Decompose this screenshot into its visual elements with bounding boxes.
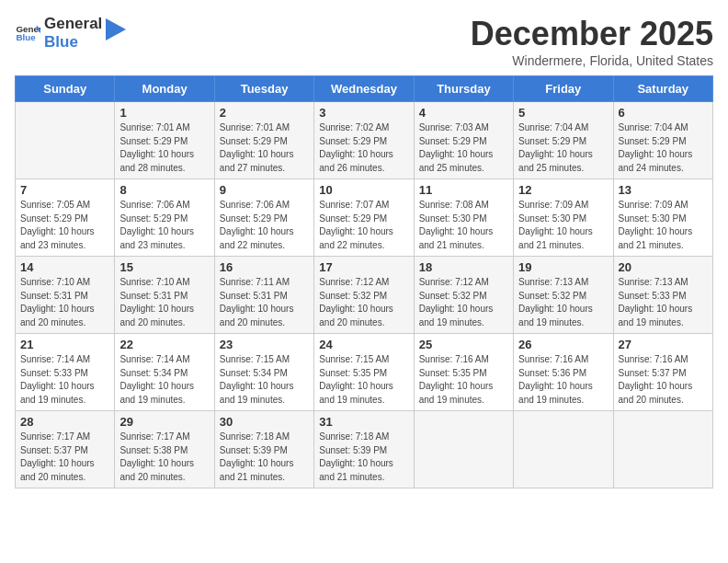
day-header-monday: Monday — [115, 76, 214, 102]
calendar-cell — [613, 411, 712, 488]
day-info: Sunrise: 7:07 AM Sunset: 5:29 PM Dayligh… — [319, 199, 408, 252]
calendar-cell: 20Sunrise: 7:13 AM Sunset: 5:33 PM Dayli… — [613, 257, 712, 334]
location-title: Windermere, Florida, United States — [471, 53, 713, 68]
svg-text:Blue: Blue — [16, 33, 36, 43]
day-number: 1 — [119, 106, 209, 120]
day-info: Sunrise: 7:04 AM Sunset: 5:29 PM Dayligh… — [619, 121, 708, 175]
calendar-cell: 14Sunrise: 7:10 AM Sunset: 5:31 PM Dayli… — [16, 257, 115, 334]
day-info: Sunrise: 7:12 AM Sunset: 5:32 PM Dayligh… — [319, 276, 408, 329]
day-number: 7 — [20, 183, 109, 197]
svg-marker-4 — [106, 18, 126, 40]
day-number: 11 — [419, 183, 508, 197]
day-info: Sunrise: 7:05 AM Sunset: 5:29 PM Dayligh… — [20, 199, 109, 252]
day-info: Sunrise: 7:04 AM Sunset: 5:29 PM Dayligh… — [518, 121, 608, 175]
day-number: 30 — [220, 415, 309, 429]
day-info: Sunrise: 7:17 AM Sunset: 5:38 PM Dayligh… — [119, 431, 209, 484]
day-info: Sunrise: 7:15 AM Sunset: 5:34 PM Dayligh… — [220, 353, 309, 407]
day-info: Sunrise: 7:06 AM Sunset: 5:29 PM Dayligh… — [119, 199, 209, 252]
day-number: 19 — [518, 260, 608, 274]
day-info: Sunrise: 7:09 AM Sunset: 5:30 PM Dayligh… — [619, 199, 708, 252]
day-info: Sunrise: 7:03 AM Sunset: 5:29 PM Dayligh… — [419, 121, 508, 175]
calendar-cell: 21Sunrise: 7:14 AM Sunset: 5:33 PM Dayli… — [16, 334, 115, 411]
calendar-week-row: 7Sunrise: 7:05 AM Sunset: 5:29 PM Daylig… — [16, 179, 713, 257]
day-number: 12 — [518, 183, 608, 197]
day-number: 29 — [119, 415, 209, 429]
day-info: Sunrise: 7:09 AM Sunset: 5:30 PM Dayligh… — [518, 199, 608, 252]
day-header-sunday: Sunday — [16, 76, 115, 102]
calendar-cell: 16Sunrise: 7:11 AM Sunset: 5:31 PM Dayli… — [214, 257, 313, 334]
calendar-cell — [16, 102, 115, 179]
calendar-cell — [414, 411, 513, 488]
day-info: Sunrise: 7:14 AM Sunset: 5:33 PM Dayligh… — [20, 353, 109, 407]
calendar-week-row: 21Sunrise: 7:14 AM Sunset: 5:33 PM Dayli… — [16, 334, 713, 411]
day-number: 18 — [419, 260, 508, 274]
day-info: Sunrise: 7:10 AM Sunset: 5:31 PM Dayligh… — [20, 276, 109, 329]
calendar-cell: 19Sunrise: 7:13 AM Sunset: 5:32 PM Dayli… — [514, 257, 613, 334]
day-number: 23 — [220, 338, 309, 351]
day-info: Sunrise: 7:06 AM Sunset: 5:29 PM Dayligh… — [220, 199, 309, 252]
day-info: Sunrise: 7:11 AM Sunset: 5:31 PM Dayligh… — [220, 276, 309, 329]
day-number: 4 — [419, 106, 508, 120]
day-info: Sunrise: 7:13 AM Sunset: 5:33 PM Dayligh… — [619, 276, 708, 329]
days-header-row: SundayMondayTuesdayWednesdayThursdayFrid… — [16, 76, 713, 102]
day-info: Sunrise: 7:15 AM Sunset: 5:35 PM Dayligh… — [319, 353, 408, 407]
calendar-cell: 2Sunrise: 7:01 AM Sunset: 5:29 PM Daylig… — [214, 102, 313, 179]
calendar-cell: 5Sunrise: 7:04 AM Sunset: 5:29 PM Daylig… — [514, 102, 613, 179]
calendar-cell: 29Sunrise: 7:17 AM Sunset: 5:38 PM Dayli… — [115, 411, 214, 488]
month-title: December 2025 — [471, 15, 713, 53]
calendar-cell: 10Sunrise: 7:07 AM Sunset: 5:29 PM Dayli… — [314, 179, 414, 257]
calendar-table: SundayMondayTuesdayWednesdayThursdayFrid… — [15, 75, 713, 488]
day-info: Sunrise: 7:01 AM Sunset: 5:29 PM Dayligh… — [119, 121, 209, 175]
day-number: 8 — [119, 183, 209, 197]
logo: General Blue General Blue — [15, 15, 126, 52]
day-info: Sunrise: 7:08 AM Sunset: 5:30 PM Dayligh… — [419, 199, 508, 252]
calendar-cell: 31Sunrise: 7:18 AM Sunset: 5:39 PM Dayli… — [314, 411, 414, 488]
day-number: 28 — [20, 415, 109, 429]
title-area: December 2025 Windermere, Florida, Unite… — [471, 15, 713, 68]
day-number: 26 — [518, 338, 608, 351]
day-number: 10 — [319, 183, 408, 197]
calendar-cell: 8Sunrise: 7:06 AM Sunset: 5:29 PM Daylig… — [115, 179, 214, 257]
calendar-cell: 13Sunrise: 7:09 AM Sunset: 5:30 PM Dayli… — [613, 179, 712, 257]
day-number: 13 — [619, 183, 708, 197]
page-header: General Blue General Blue December 2025 … — [15, 15, 713, 68]
day-info: Sunrise: 7:01 AM Sunset: 5:29 PM Dayligh… — [220, 121, 309, 175]
logo-icon: General Blue — [15, 20, 40, 46]
day-number: 25 — [419, 338, 508, 351]
day-info: Sunrise: 7:12 AM Sunset: 5:32 PM Dayligh… — [419, 276, 508, 329]
day-header-wednesday: Wednesday — [314, 76, 414, 102]
calendar-cell: 25Sunrise: 7:16 AM Sunset: 5:35 PM Dayli… — [414, 334, 513, 411]
calendar-cell — [514, 411, 613, 488]
day-number: 16 — [220, 260, 309, 274]
calendar-cell: 23Sunrise: 7:15 AM Sunset: 5:34 PM Dayli… — [214, 334, 313, 411]
calendar-week-row: 28Sunrise: 7:17 AM Sunset: 5:37 PM Dayli… — [16, 411, 713, 488]
day-number: 6 — [619, 106, 708, 120]
logo-blue-text: Blue — [44, 33, 102, 52]
calendar-cell: 26Sunrise: 7:16 AM Sunset: 5:36 PM Dayli… — [514, 334, 613, 411]
day-info: Sunrise: 7:18 AM Sunset: 5:39 PM Dayligh… — [319, 431, 408, 484]
logo-arrow-icon — [106, 18, 126, 48]
day-number: 2 — [220, 106, 309, 120]
calendar-cell: 22Sunrise: 7:14 AM Sunset: 5:34 PM Dayli… — [115, 334, 214, 411]
calendar-cell: 17Sunrise: 7:12 AM Sunset: 5:32 PM Dayli… — [314, 257, 414, 334]
day-number: 22 — [119, 338, 209, 351]
calendar-cell: 15Sunrise: 7:10 AM Sunset: 5:31 PM Dayli… — [115, 257, 214, 334]
day-info: Sunrise: 7:14 AM Sunset: 5:34 PM Dayligh… — [119, 353, 209, 407]
day-header-friday: Friday — [514, 76, 613, 102]
day-info: Sunrise: 7:18 AM Sunset: 5:39 PM Dayligh… — [220, 431, 309, 484]
day-number: 9 — [220, 183, 309, 197]
day-number: 3 — [319, 106, 408, 120]
calendar-cell: 11Sunrise: 7:08 AM Sunset: 5:30 PM Dayli… — [414, 179, 513, 257]
calendar-cell: 1Sunrise: 7:01 AM Sunset: 5:29 PM Daylig… — [115, 102, 214, 179]
day-info: Sunrise: 7:16 AM Sunset: 5:36 PM Dayligh… — [518, 353, 608, 407]
calendar-cell: 3Sunrise: 7:02 AM Sunset: 5:29 PM Daylig… — [314, 102, 414, 179]
day-number: 17 — [319, 260, 408, 274]
calendar-cell: 7Sunrise: 7:05 AM Sunset: 5:29 PM Daylig… — [16, 179, 115, 257]
day-info: Sunrise: 7:10 AM Sunset: 5:31 PM Dayligh… — [119, 276, 209, 329]
calendar-header: SundayMondayTuesdayWednesdayThursdayFrid… — [16, 76, 713, 102]
day-number: 21 — [20, 338, 109, 351]
day-number: 20 — [619, 260, 708, 274]
day-header-thursday: Thursday — [414, 76, 513, 102]
day-number: 15 — [119, 260, 209, 274]
day-info: Sunrise: 7:17 AM Sunset: 5:37 PM Dayligh… — [20, 431, 109, 484]
